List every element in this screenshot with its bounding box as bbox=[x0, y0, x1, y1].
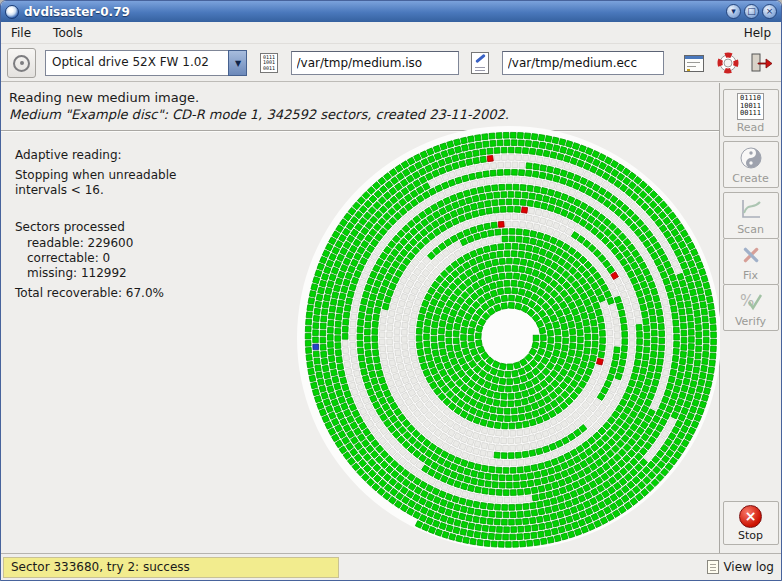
fix-icon bbox=[738, 242, 764, 268]
menu-help[interactable]: Help bbox=[744, 26, 771, 40]
sectors-readable: readable: 229600 bbox=[27, 236, 133, 250]
lifebelt-help-icon bbox=[716, 51, 740, 75]
page-line bbox=[475, 67, 485, 68]
drive-select-value[interactable]: Optical drive 52X FW 1.02 bbox=[45, 50, 228, 76]
window-title: dvdisaster-0.79 bbox=[24, 5, 130, 19]
optical-drive-icon bbox=[13, 55, 30, 72]
verify-icon: % bbox=[738, 288, 764, 314]
view-log-label: View log bbox=[723, 560, 774, 574]
verify-button[interactable]: % Verify bbox=[723, 284, 779, 331]
adaptive-reading-line2: intervals < 16. bbox=[15, 183, 104, 197]
help-button[interactable] bbox=[716, 50, 741, 76]
chevron-down-icon[interactable]: ▼ bbox=[228, 50, 247, 76]
create-button[interactable]: Create bbox=[723, 141, 779, 188]
fix-button[interactable]: Fix bbox=[723, 238, 779, 285]
menu-tools[interactable]: Tools bbox=[53, 26, 83, 40]
image-file-icon: 0111 1001 0011 bbox=[260, 53, 278, 74]
window-controls: ▾ □ × bbox=[726, 4, 777, 19]
drive-button[interactable] bbox=[7, 48, 36, 78]
menu-file[interactable]: File bbox=[11, 26, 31, 40]
sectors-correctable: correctable: 0 bbox=[27, 251, 110, 265]
create-icon bbox=[738, 145, 764, 171]
quit-exit-icon bbox=[750, 51, 774, 75]
drive-select[interactable]: Optical drive 52X FW 1.02 ▼ bbox=[45, 50, 247, 76]
read-label: Read bbox=[737, 121, 765, 134]
status-headline: Reading new medium image. bbox=[9, 90, 199, 105]
binary-row: 0011 bbox=[263, 66, 275, 72]
stop-button[interactable]: × Stop bbox=[723, 501, 779, 545]
fix-label: Fix bbox=[743, 269, 758, 282]
sectors-missing: missing: 112992 bbox=[27, 266, 127, 280]
total-recoverable: Total recoverable: 67.0% bbox=[15, 286, 164, 300]
sectors-processed-title: Sectors processed bbox=[15, 220, 125, 234]
pen-glyph bbox=[476, 54, 486, 63]
toolbar: Optical drive 52X FW 1.02 ▼ 0111 1001 00… bbox=[1, 45, 781, 82]
status-message: Sector 333680, try 2: success bbox=[11, 560, 190, 574]
scan-icon bbox=[738, 196, 764, 222]
stop-label: Stop bbox=[738, 529, 763, 542]
action-sidebar: 01110 10011 00111 Read Create bbox=[720, 83, 781, 553]
quit-button[interactable] bbox=[750, 50, 775, 76]
minimize-button[interactable]: ▾ bbox=[726, 4, 741, 19]
log-icon bbox=[707, 560, 719, 574]
view-log-button[interactable]: View log bbox=[707, 560, 781, 574]
preferences-icon bbox=[684, 55, 704, 72]
read-icon: 01110 10011 00111 bbox=[737, 93, 764, 120]
adaptive-reading-line1: Stopping when unreadable bbox=[15, 168, 176, 182]
scan-button[interactable]: Scan bbox=[723, 192, 779, 239]
iso-path-input[interactable] bbox=[291, 51, 459, 75]
ecc-file-button[interactable] bbox=[468, 50, 493, 76]
ecc-file-icon bbox=[471, 52, 489, 74]
image-file-button[interactable]: 0111 1001 0011 bbox=[256, 50, 281, 76]
binary-row: 00111 bbox=[740, 110, 761, 118]
stop-icon: × bbox=[739, 505, 762, 528]
scan-label: Scan bbox=[737, 223, 764, 236]
adaptive-reading-title: Adaptive reading: bbox=[15, 148, 122, 162]
app-window: dvdisaster-0.79 ▾ □ × File Tools Help Op… bbox=[0, 0, 782, 581]
maximize-button[interactable]: □ bbox=[744, 4, 759, 19]
preferences-button[interactable] bbox=[682, 50, 707, 76]
read-button[interactable]: 01110 10011 00111 Read bbox=[723, 89, 779, 137]
page-line bbox=[475, 70, 485, 71]
statusbar: Sector 333680, try 2: success View log bbox=[1, 553, 781, 580]
menubar: File Tools Help bbox=[1, 22, 781, 44]
titlebar[interactable]: dvdisaster-0.79 ▾ □ × bbox=[1, 1, 781, 22]
status-message-box: Sector 333680, try 2: success bbox=[3, 557, 339, 578]
disc-spiral bbox=[291, 120, 727, 556]
verify-label: Verify bbox=[735, 315, 766, 328]
create-label: Create bbox=[732, 172, 769, 185]
close-button[interactable]: × bbox=[762, 4, 777, 19]
app-icon bbox=[5, 5, 19, 19]
ecc-path-input[interactable] bbox=[502, 51, 664, 75]
